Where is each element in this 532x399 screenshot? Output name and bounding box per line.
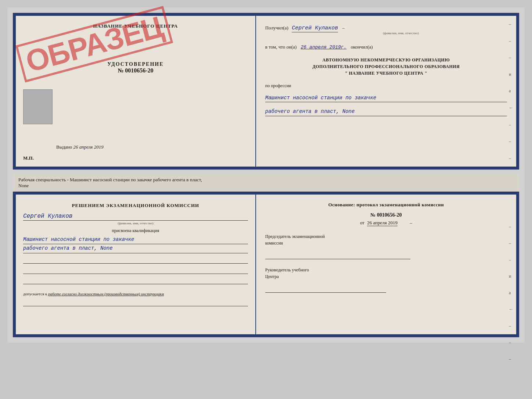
org-line3: " НАЗВАНИЕ УЧЕБНОГО ЦЕНТРА " bbox=[265, 70, 507, 76]
ot-date-value: 26 апреля 2019 bbox=[367, 220, 398, 226]
middle-info-text: Рабочая специальность - Машинист насосно… bbox=[18, 177, 202, 182]
qualification-line1: Машинист насосной станции по закачке bbox=[23, 235, 248, 245]
vydano-line: Выдано 26 апреля 2019 bbox=[56, 144, 104, 150]
signature-line-3 bbox=[23, 277, 248, 284]
top-left-title: НАЗВАНИЕ УЧЕБНОГО ЦЕНТРА bbox=[93, 23, 178, 29]
rukovoditel-block: Руководитель учебного Центра bbox=[265, 267, 507, 293]
ot-date: от 26 апреля 2019 – bbox=[265, 220, 507, 226]
predsedatel-line1: Председатель экзаменационной bbox=[265, 233, 507, 240]
protokol-number: № 0010656-20 bbox=[265, 212, 507, 218]
photo-placeholder bbox=[23, 89, 53, 124]
dopuskaetsya-prefix: допускается к bbox=[23, 292, 47, 296]
signature-line-1 bbox=[23, 256, 248, 264]
dopuskaetsya-text: работе согласно должностным (производств… bbox=[48, 292, 164, 296]
dopuskaetsya-block: допускается к работе согласно должностны… bbox=[23, 292, 248, 296]
recipient-name: Сергей Кулаков bbox=[292, 25, 338, 32]
middle-info-text2: None bbox=[18, 183, 29, 188]
predsedatel-block: Председатель экзаменационной комиссии bbox=[265, 233, 507, 259]
qualification-line2: рабочего агента в пласт, None bbox=[23, 244, 248, 253]
po-professii-label: по профессии bbox=[265, 83, 291, 88]
mp-label: М.П. bbox=[23, 155, 34, 161]
ot-prefix: от bbox=[360, 220, 364, 225]
top-document: НАЗВАНИЕ УЧЕБНОГО ЦЕНТРА ОБРАЗЕЦ УДОСТОВ… bbox=[13, 13, 519, 170]
org-block: АВТОНОМНУЮ НЕКОММЕРЧЕСКУЮ ОРГАНИЗАЦИЮ ДО… bbox=[265, 57, 507, 76]
resheniem-text: Решением экзаменационной комиссии bbox=[23, 202, 248, 209]
udostoverenie-label: УДОСТОВЕРЕНИЕ bbox=[107, 61, 163, 67]
rukovoditel-line2: Центра bbox=[265, 273, 507, 280]
predsedatel-line2: комиссии bbox=[265, 240, 507, 246]
poluchil-prefix: Получил(а) bbox=[265, 25, 288, 31]
udostoverenie-number: № 0010656-20 bbox=[107, 67, 163, 74]
middle-info: Рабочая специальность - Машинист насосно… bbox=[13, 174, 519, 192]
vtom-date: 26 апреля 2019г. bbox=[301, 44, 347, 50]
rukovoditel-line1: Руководитель учебного bbox=[265, 267, 507, 273]
top-doc-left: НАЗВАНИЕ УЧЕБНОГО ЦЕНТРА ОБРАЗЕЦ УДОСТОВ… bbox=[16, 16, 256, 167]
page-container: НАЗВАНИЕ УЧЕБНОГО ЦЕНТРА ОБРАЗЕЦ УДОСТОВ… bbox=[7, 7, 525, 343]
top-doc-right: Получил(а) Сергей Кулаков – (фамилия, им… bbox=[256, 16, 516, 167]
predsedatel-signature bbox=[265, 252, 410, 259]
okonchil: окончил(а) bbox=[351, 44, 373, 50]
udostoverenie-block: УДОСТОВЕРЕНИЕ № 0010656-20 bbox=[107, 61, 163, 74]
obrazec-stamp: ОБРАЗЕЦ bbox=[15, 19, 141, 145]
prisvoena-text: присвоена квалификация bbox=[23, 228, 248, 234]
rukovoditel-signature bbox=[265, 285, 386, 293]
bottom-doc-left: Решением экзаменационной комиссии Сергей… bbox=[16, 195, 256, 334]
vtom-line: в том, что он(а) 26 апреля 2019г. окончи… bbox=[265, 44, 507, 50]
osnovanie-title: Основание: протокол экзаменационной коми… bbox=[265, 202, 507, 208]
bottom-document: Решением экзаменационной комиссии Сергей… bbox=[13, 192, 519, 337]
bottom-doc-right: Основание: протокол экзаменационной коми… bbox=[256, 195, 516, 334]
bottom-right-dashes: – – – и а ← – – – bbox=[509, 224, 513, 362]
org-line2: ДОПОЛНИТЕЛЬНОГО ПРОФЕССИОНАЛЬНОГО ОБРАЗО… bbox=[265, 63, 507, 70]
signature-line-2 bbox=[23, 267, 248, 274]
org-line1: АВТОНОМНУЮ НЕКОММЕРЧЕСКУЮ ОРГАНИЗАЦИЮ bbox=[265, 57, 507, 63]
profession-line1: Машинист насосной станции по закачке bbox=[265, 94, 507, 102]
recipient-line: Получил(а) Сергей Кулаков – (фамилия, им… bbox=[265, 25, 507, 35]
bottom-fio-hint: (фамилия, имя, отчество) bbox=[23, 221, 248, 225]
profession-line2: рабочего агента в пласт, None bbox=[265, 107, 507, 116]
vydano-label: Выдано bbox=[56, 144, 72, 150]
po-professii: по профессии bbox=[265, 83, 507, 89]
right-dashes: – – – и а ← – – – bbox=[509, 16, 513, 167]
vydano-date: 26 апреля 2019 bbox=[73, 144, 104, 150]
signature-line-4 bbox=[23, 299, 248, 306]
vtom-prefix: в том, что он(а) bbox=[265, 44, 297, 50]
bottom-name-handwritten: Сергей Кулаков bbox=[23, 213, 248, 221]
